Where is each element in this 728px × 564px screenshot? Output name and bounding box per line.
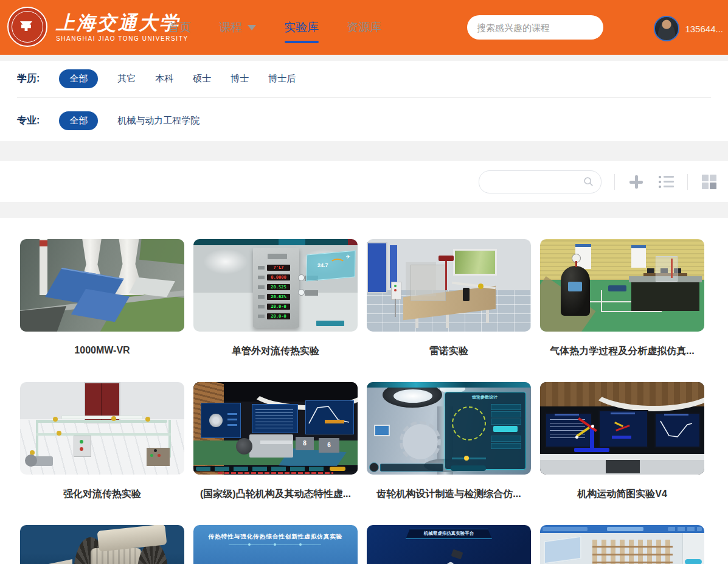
card-title: 雷诺实验: [367, 345, 531, 357]
divider-band: [0, 141, 728, 161]
pump: [30, 456, 53, 466]
gear: [400, 421, 441, 462]
card-title: (国家级)凸轮机构及其动态特性虚...: [193, 488, 358, 500]
experiment-card[interactable]: [540, 525, 704, 564]
card-thumbnail-power-plant[interactable]: [20, 239, 184, 332]
list-toolbar: [0, 161, 728, 202]
nav-item-courses[interactable]: 课程: [219, 0, 256, 55]
cam-disc: [236, 438, 252, 454]
list-view-icon: [659, 176, 674, 188]
card-thumbnail-gas-thermo[interactable]: [540, 239, 704, 332]
header-search-input[interactable]: [467, 15, 603, 40]
filter-education-all-pill[interactable]: 全部: [59, 69, 98, 88]
card-thumbnail-robot-arm[interactable]: 机械臂虚拟仿真实验平台: [367, 525, 531, 564]
water-tank: [411, 265, 446, 301]
card-title: 机构运动简图实验V4: [540, 488, 704, 500]
card-thumbnail-convection-rig[interactable]: [20, 382, 184, 475]
filter-education-bachelor[interactable]: 本科: [155, 73, 173, 85]
page: 上海交通大学 SHANGHAI JIAO TONG UNIVERSITY 首页 …: [0, 0, 728, 564]
plane-icon: [345, 254, 350, 260]
filter-education-doctor[interactable]: 博士: [231, 73, 249, 85]
filter-row-education: 学历: 全部 其它 本科 硕士 博士 博士后: [0, 61, 728, 97]
avatar[interactable]: [654, 16, 679, 41]
card-thumbnail-control-panel[interactable]: 7'L7 0.0000 20.525 20.62% 20.0-0 20.0-0 …: [193, 239, 358, 332]
experiment-card[interactable]: 传热特性与强化传热综合性创新性虚拟仿真实验: [193, 525, 358, 564]
monitor: [598, 410, 648, 448]
toolbar-divider: [687, 174, 688, 190]
main-nav: 首页 课程 实验库 资源库: [168, 0, 381, 55]
filter-label-major: 专业:: [17, 114, 40, 127]
nav-item-experiments[interactable]: 实验库: [284, 0, 319, 55]
banner-title: 传热特性与强化传热综合性创新性虚拟仿真实验: [193, 533, 358, 541]
experiment-card[interactable]: 8 6 (国家级)凸轮机构及其动态特性虚...: [193, 382, 358, 500]
card-title: 强化对流传热实验: [20, 488, 184, 500]
nav-item-resources[interactable]: 资源库: [347, 0, 381, 55]
card-title: 1000MW-VR: [20, 345, 184, 357]
card-thumbnail-linkage-lab[interactable]: [540, 382, 704, 475]
card-title: 单管外对流传热实验: [193, 345, 358, 357]
list-search-input[interactable]: [479, 171, 601, 193]
add-button[interactable]: [628, 173, 645, 190]
experiment-card[interactable]: 1000MW-VR: [20, 239, 184, 357]
plus-icon: [629, 175, 643, 189]
filter-panel: 学历: 全部 其它 本科 硕士 博士 博士后 专业: 全部 机械与动力工程学院: [0, 61, 728, 141]
card-title: 齿轮机构设计制造与检测综合仿...: [367, 488, 531, 500]
header-search: [467, 15, 603, 40]
list-search: [479, 170, 601, 193]
list-view-button[interactable]: [657, 173, 674, 190]
grid-view-button[interactable]: [701, 173, 718, 190]
experiment-card[interactable]: 机构运动简图实验V4: [540, 382, 704, 500]
card-title: 气体热力学过程及分析虚拟仿真...: [540, 345, 704, 357]
user-account[interactable]: 135644...: [654, 16, 723, 41]
filter-major-all-pill[interactable]: 全部: [59, 111, 98, 130]
filter-education-other[interactable]: 其它: [117, 73, 136, 85]
search-icon[interactable]: [583, 176, 594, 187]
experiment-card[interactable]: [20, 525, 184, 564]
divider-band: [0, 202, 728, 218]
experiment-card[interactable]: 机械臂虚拟仿真实验平台: [367, 525, 531, 564]
experiment-card[interactable]: 雷诺实验: [367, 239, 531, 357]
lab-bench: [631, 279, 699, 311]
active-nav-underline: [285, 41, 319, 43]
chimney: [40, 239, 47, 295]
card-thumbnail-heat-banner[interactable]: 传热特性与强化传热综合性创新性虚拟仿真实验: [193, 525, 358, 564]
university-seal-logo: [7, 7, 47, 47]
experiment-card[interactable]: 气体热力学过程及分析虚拟仿真...: [540, 239, 704, 357]
card-thumbnail-reynolds-lab[interactable]: [367, 239, 531, 332]
experiment-card-grid: 1000MW-VR 7'L7 0.0000 20.525 20.62% 20.0…: [20, 239, 713, 564]
grid-view-icon: [702, 175, 716, 189]
chevron-down-icon: [248, 25, 256, 30]
filter-education-postdoc[interactable]: 博士后: [268, 73, 296, 85]
filter-label-education: 学历:: [17, 72, 40, 85]
filter-row-major: 专业: 全部 机械与动力工程学院: [0, 98, 728, 139]
control-box: [74, 436, 91, 457]
university-brand[interactable]: 上海交通大学 SHANGHAI JIAO TONG UNIVERSITY: [7, 7, 189, 47]
experiment-card[interactable]: 7'L7 0.0000 20.525 20.62% 20.0-0 20.0-0 …: [193, 239, 358, 357]
header: 上海交通大学 SHANGHAI JIAO TONG UNIVERSITY 首页 …: [0, 0, 728, 55]
experiment-card[interactable]: 齿轮参数设计 齿轮机构设计制造与检测综合仿...: [367, 382, 531, 500]
card-thumbnail-robot-room[interactable]: [540, 525, 704, 564]
username: 135644...: [685, 24, 723, 34]
filter-education-master[interactable]: 硕士: [193, 73, 211, 85]
card-thumbnail-turbine[interactable]: [20, 525, 184, 564]
divider-band: [0, 55, 728, 61]
card-thumbnail-cam-lab[interactable]: 8 6: [193, 382, 358, 475]
experiment-card[interactable]: 强化对流传热实验: [20, 382, 184, 500]
lab-door: [367, 242, 387, 293]
platform-title: 机械臂虚拟仿真实验平台: [406, 531, 492, 537]
toolbar-divider: [614, 174, 615, 190]
wall-picture: [453, 249, 497, 276]
filter-major-mechanical[interactable]: 机械与动力工程学院: [117, 115, 199, 127]
card-thumbnail-gear-design[interactable]: 齿轮参数设计: [367, 382, 531, 475]
nav-item-home[interactable]: 首页: [168, 0, 191, 55]
